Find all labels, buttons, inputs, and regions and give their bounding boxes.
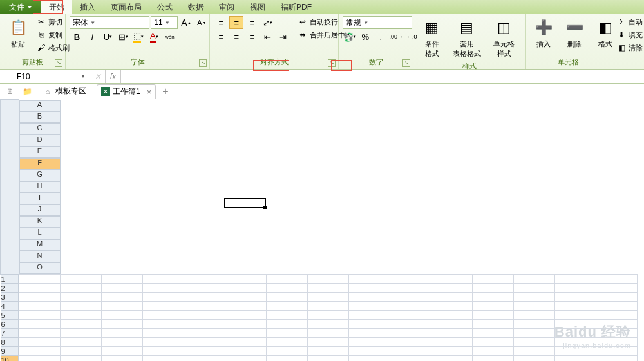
cell[interactable] [143, 347, 184, 356]
comma-button[interactable]: , [374, 30, 388, 43]
cell[interactable] [431, 293, 473, 302]
cell[interactable] [143, 302, 184, 311]
increase-decimal-button[interactable]: .00→ [389, 30, 403, 43]
bold-button[interactable]: B [70, 30, 84, 43]
cell[interactable] [473, 329, 514, 338]
col-header[interactable]: G [19, 170, 61, 181]
col-header[interactable]: D [19, 135, 61, 146]
italic-button[interactable]: I [85, 30, 99, 43]
cell[interactable] [143, 329, 184, 338]
row-header[interactable]: 1 [1, 275, 19, 284]
cell[interactable] [390, 311, 431, 320]
cell[interactable] [61, 302, 102, 311]
font-color-button[interactable]: A▾ [147, 30, 161, 43]
col-header[interactable]: B [19, 112, 61, 123]
cell[interactable] [555, 284, 596, 293]
delete-cells-button[interactable]: ➖删除 [560, 16, 589, 50]
cell[interactable] [555, 302, 596, 311]
cell[interactable] [143, 356, 184, 362]
cell[interactable] [431, 302, 473, 311]
cell[interactable] [431, 311, 473, 320]
row-header[interactable]: 4 [1, 302, 19, 311]
align-top-button[interactable]: ≡ [214, 16, 228, 29]
paste-button[interactable]: 📋 粘贴 [4, 16, 32, 50]
cell[interactable] [19, 311, 61, 320]
row-header[interactable]: 10 [1, 356, 19, 362]
cell[interactable] [308, 347, 349, 356]
cell[interactable] [473, 320, 514, 329]
align-left-button[interactable]: ≡ [214, 30, 228, 43]
cell[interactable] [184, 347, 225, 356]
fill-color-button[interactable]: ⬚▾ [131, 30, 146, 43]
cell[interactable] [390, 284, 431, 293]
cell[interactable] [308, 338, 349, 347]
number-format-combo[interactable]: 常规▼ [343, 16, 412, 29]
cell[interactable] [225, 329, 267, 338]
row-header[interactable]: 2 [1, 284, 19, 293]
cell[interactable] [308, 293, 349, 302]
cell[interactable] [349, 284, 390, 293]
cell[interactable] [349, 320, 390, 329]
cell[interactable] [61, 293, 102, 302]
cell-styles-button[interactable]: ◫单元格样式 [488, 16, 521, 60]
font-size-combo[interactable]: 11▼ [151, 16, 178, 29]
cell[interactable] [473, 284, 514, 293]
border-button[interactable]: ⊞▾ [116, 30, 130, 43]
cell[interactable] [102, 274, 143, 284]
cell[interactable] [143, 274, 184, 284]
cell[interactable] [184, 293, 225, 302]
cell[interactable] [390, 320, 431, 329]
row-header[interactable]: 9 [1, 347, 19, 356]
cell[interactable] [61, 311, 102, 320]
col-header[interactable]: M [19, 239, 61, 251]
cell[interactable] [225, 338, 267, 347]
cell[interactable] [267, 311, 308, 320]
cell[interactable] [596, 356, 638, 362]
cell[interactable] [143, 284, 184, 293]
cell[interactable] [596, 274, 638, 284]
col-header[interactable]: H [19, 181, 61, 193]
template-tab[interactable]: ⌂模板专区 [39, 84, 90, 99]
phonetic-button[interactable]: wén [162, 30, 176, 43]
cell[interactable] [473, 356, 514, 362]
cell[interactable] [473, 293, 514, 302]
indent-increase-button[interactable]: ⇥ [276, 30, 290, 43]
cell[interactable] [514, 320, 555, 329]
cell[interactable] [184, 338, 225, 347]
cell[interactable] [225, 311, 267, 320]
cell[interactable] [390, 274, 431, 284]
cell[interactable] [349, 356, 390, 362]
select-all-corner[interactable] [1, 100, 19, 275]
cell[interactable] [596, 302, 638, 311]
cell[interactable] [308, 274, 349, 284]
cell[interactable] [184, 284, 225, 293]
cell[interactable] [349, 329, 390, 338]
cancel-formula-button[interactable]: ✕ [90, 70, 106, 83]
font-launcher[interactable]: ↘ [199, 59, 207, 67]
cell[interactable] [19, 347, 61, 356]
row-header[interactable]: 8 [1, 338, 19, 347]
cell[interactable] [19, 320, 61, 329]
add-tab-button[interactable]: + [162, 86, 168, 97]
cell[interactable] [514, 356, 555, 362]
cell[interactable] [61, 347, 102, 356]
cell[interactable] [102, 329, 143, 338]
cell[interactable] [19, 284, 61, 293]
cell[interactable] [390, 293, 431, 302]
cell[interactable] [308, 356, 349, 362]
cell[interactable] [349, 302, 390, 311]
cell[interactable] [19, 302, 61, 311]
cell[interactable] [514, 338, 555, 347]
cell[interactable] [61, 284, 102, 293]
col-header[interactable]: J [19, 204, 61, 216]
underline-button[interactable]: U▾ [100, 30, 115, 43]
clipboard-launcher[interactable]: ↘ [55, 59, 62, 67]
insert-cells-button[interactable]: ➕插入 [529, 16, 558, 50]
cell[interactable] [514, 302, 555, 311]
tab-insert[interactable]: 插入 [72, 0, 103, 14]
cell[interactable] [431, 329, 473, 338]
cell[interactable] [514, 274, 555, 284]
col-header[interactable]: K [19, 216, 61, 228]
cell[interactable] [225, 356, 267, 362]
cell[interactable] [184, 320, 225, 329]
